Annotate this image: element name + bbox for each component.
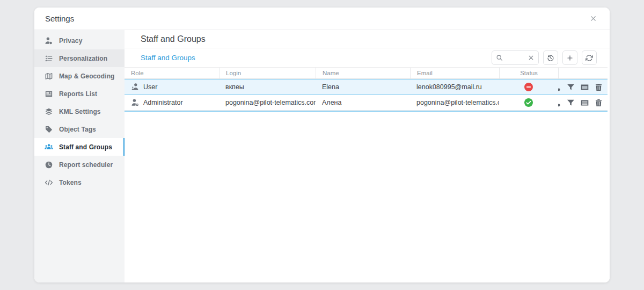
content-panel: Staff and Groups Staff and Groups RoleLo… — [125, 30, 610, 282]
tag-icon — [45, 125, 53, 134]
list-check-icon — [45, 54, 53, 63]
column-header-role: Role — [125, 68, 219, 78]
sidebar-item-staff-and-groups[interactable]: Staff and Groups — [34, 138, 125, 156]
login-cell: pogonina@pilot-telematics.com — [219, 95, 316, 110]
table-row[interactable]: Administrator pogonina@pilot-telematics.… — [125, 95, 608, 111]
clear-search-icon[interactable] — [528, 54, 535, 61]
page-titlebar: Staff and Groups — [125, 30, 610, 48]
column-header-login: Login — [219, 68, 316, 78]
column-header-email: Email — [410, 68, 499, 78]
settings-dialog: Settings Privacy Personalization Map & G… — [34, 8, 610, 282]
history-icon — [547, 54, 554, 62]
details-button[interactable] — [580, 83, 589, 92]
table-row[interactable]: User вкпеы Elena lenok080995@mail.ru — [125, 79, 608, 95]
details-button[interactable] — [580, 98, 589, 107]
dialog-body: Privacy Personalization Map & Geocoding … — [34, 30, 610, 282]
column-header-name: Name — [316, 68, 410, 78]
filter-button[interactable] — [566, 83, 575, 92]
name-cell: Elena — [316, 79, 410, 95]
assign-user-button[interactable] — [558, 83, 561, 92]
sidebar-item-kml-settings[interactable]: KML Settings — [34, 103, 125, 120]
close-icon[interactable] — [587, 13, 599, 25]
layers-icon — [45, 107, 53, 116]
search-input[interactable] — [505, 54, 525, 62]
row-actions — [558, 79, 608, 95]
sidebar-item-personalization[interactable]: Personalization — [34, 49, 125, 67]
status-blocked-icon — [524, 83, 533, 91]
refresh-icon — [586, 54, 593, 62]
status-active-icon — [524, 98, 533, 107]
history-button[interactable] — [543, 50, 558, 65]
sidebar-item-reports-list[interactable]: Reports List — [34, 85, 125, 103]
delete-button[interactable] — [594, 83, 603, 92]
role-cell: Administrator — [143, 99, 183, 106]
sidebar-item-tokens[interactable]: Tokens — [34, 173, 125, 191]
sidebar-item-map-geocoding[interactable]: Map & Geocoding — [34, 67, 125, 85]
sidebar-item-privacy[interactable]: Privacy — [34, 32, 125, 49]
row-actions — [558, 95, 608, 110]
assign-user-button[interactable] — [558, 98, 561, 107]
dialog-title: Settings — [45, 14, 74, 23]
sidebar-item-object-tags[interactable]: Object Tags — [34, 120, 125, 138]
login-cell: вкпеы — [219, 79, 316, 95]
email-cell: pogonina@pilot-telematics.com — [410, 95, 499, 110]
sidebar-item-report-scheduler[interactable]: Report scheduler — [34, 156, 125, 173]
search-icon — [496, 54, 503, 61]
add-button[interactable] — [562, 50, 577, 65]
name-cell: Алена — [316, 95, 410, 110]
user-group-icon — [131, 83, 140, 91]
refresh-button[interactable] — [582, 50, 597, 65]
email-cell: lenok080995@mail.ru — [410, 79, 499, 95]
role-cell: User — [143, 83, 157, 91]
table-body: User вкпеы Elena lenok080995@mail.ru Adm… — [125, 79, 608, 112]
newspaper-icon — [45, 90, 53, 98]
staff-table: RoleLoginNameEmailStatus User вкпеы Elen… — [125, 67, 608, 112]
filter-button[interactable] — [566, 98, 575, 107]
search-box — [492, 50, 539, 65]
person-badge-icon — [45, 37, 53, 45]
plus-icon — [566, 54, 574, 62]
tab-staff-and-groups[interactable]: Staff and Groups — [141, 54, 195, 62]
dialog-header: Settings — [34, 8, 610, 30]
people-group-icon — [45, 143, 53, 151]
toolbar — [492, 50, 597, 65]
code-icon — [45, 178, 53, 187]
delete-button[interactable] — [594, 98, 603, 107]
sidebar: Privacy Personalization Map & Geocoding … — [34, 30, 125, 282]
column-header-status: Status — [499, 68, 558, 78]
person-gear-icon — [131, 98, 140, 107]
table-header-row: RoleLoginNameEmailStatus — [125, 67, 608, 79]
clock-icon — [45, 161, 53, 169]
page-title: Staff and Groups — [141, 34, 206, 44]
column-header-actions — [558, 68, 608, 78]
map-icon — [45, 72, 53, 81]
tab-bar: Staff and Groups — [125, 48, 610, 67]
